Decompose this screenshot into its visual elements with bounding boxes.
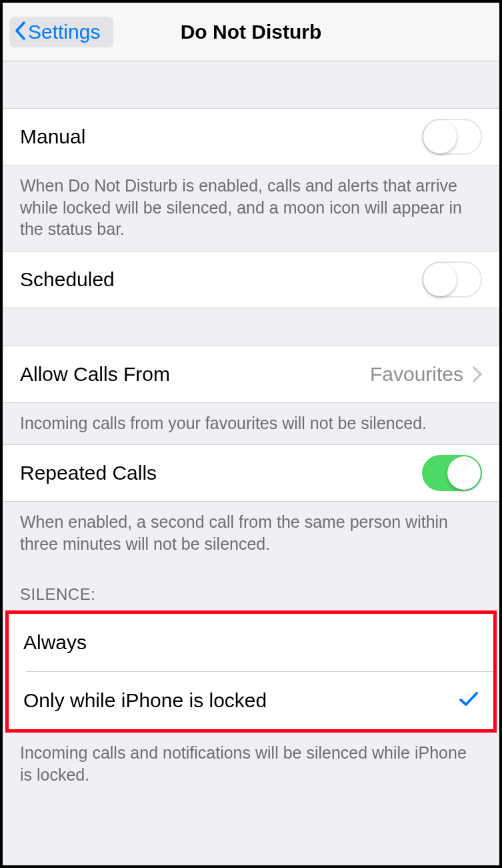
silence-footer: Incoming calls and notifications will be… bbox=[3, 733, 499, 796]
content-scroll[interactable]: Manual When Do Not Disturb is enabled, c… bbox=[3, 61, 499, 865]
silence-always-row[interactable]: Always bbox=[9, 614, 493, 671]
section-spacer bbox=[3, 61, 499, 108]
manual-toggle[interactable] bbox=[422, 119, 482, 155]
repeated-calls-toggle[interactable] bbox=[422, 455, 482, 491]
silence-options-group: Always Only while iPhone is locked bbox=[9, 614, 493, 729]
manual-row[interactable]: Manual bbox=[3, 108, 499, 165]
row-accessory: Favourites bbox=[370, 363, 482, 386]
checkmark-icon bbox=[459, 691, 479, 710]
silence-header: SILENCE: bbox=[3, 565, 499, 610]
manual-label: Manual bbox=[20, 125, 85, 148]
section-spacer bbox=[3, 308, 499, 346]
back-label: Settings bbox=[28, 21, 100, 43]
scheduled-label: Scheduled bbox=[20, 268, 115, 291]
manual-footer: When Do Not Disturb is enabled, calls an… bbox=[3, 165, 499, 251]
app-frame: Settings Do Not Disturb Manual When Do N… bbox=[0, 0, 502, 868]
navigation-bar: Settings Do Not Disturb bbox=[3, 3, 499, 61]
chevron-left-icon bbox=[15, 21, 25, 43]
repeated-calls-footer: When enabled, a second call from the sam… bbox=[3, 502, 499, 565]
silence-locked-row[interactable]: Only while iPhone is locked bbox=[9, 672, 493, 729]
allow-calls-footer: Incoming calls from your favourites will… bbox=[3, 403, 499, 445]
silence-locked-label: Only while iPhone is locked bbox=[23, 689, 267, 712]
repeated-calls-label: Repeated Calls bbox=[20, 462, 157, 484]
silence-always-label: Always bbox=[23, 631, 87, 654]
scheduled-toggle[interactable] bbox=[422, 262, 482, 298]
silence-options-highlight: Always Only while iPhone is locked bbox=[5, 610, 497, 733]
chevron-right-icon bbox=[473, 366, 482, 382]
back-button[interactable]: Settings bbox=[9, 17, 113, 47]
scheduled-row[interactable]: Scheduled bbox=[3, 251, 499, 308]
toggle-knob bbox=[423, 263, 457, 296]
toggle-knob bbox=[423, 120, 457, 153]
allow-calls-value: Favourites bbox=[370, 363, 463, 386]
allow-calls-label: Allow Calls From bbox=[20, 363, 170, 386]
allow-calls-row[interactable]: Allow Calls From Favourites bbox=[3, 346, 499, 403]
repeated-calls-row[interactable]: Repeated Calls bbox=[3, 444, 499, 502]
toggle-knob bbox=[447, 456, 481, 490]
